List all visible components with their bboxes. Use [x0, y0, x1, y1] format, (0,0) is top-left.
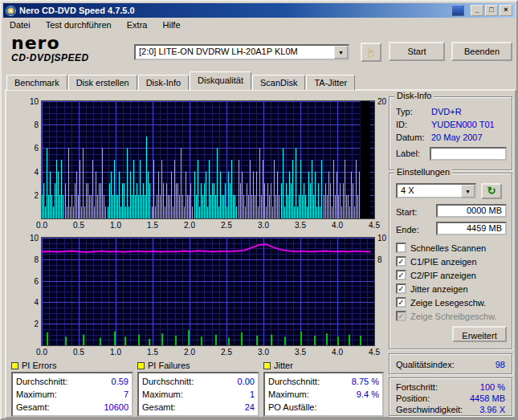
disk-info-value: DVD+R — [431, 105, 462, 118]
nero-logo: nero CD·DVD∫SPEED — [11, 35, 89, 63]
checkbox-box[interactable]: ✓ — [396, 283, 406, 294]
drive-select[interactable]: [2:0] LITE-ON DVDRW LH-20A1P KL0M ▼ — [134, 44, 349, 60]
tab-disk-info[interactable]: Disk-Info — [138, 75, 189, 90]
menu-item-test-durchfuehren[interactable]: Test durchführen — [39, 18, 118, 31]
checkbox-box[interactable]: ✓ — [396, 270, 406, 280]
x-tick-label: 2.5 — [216, 221, 237, 230]
disk-info-label: Datum: — [396, 131, 424, 144]
x-tick-label: 3.0 — [253, 221, 274, 230]
disk-info-value: YUDEN000 T01 — [431, 118, 495, 131]
speed-label: Geschwindigkeit: — [396, 404, 463, 415]
drive-select-value: [2:0] LITE-ON DVDRW LH-20A1P KL0M — [136, 46, 348, 57]
menu-item-datei[interactable]: Datei — [3, 18, 37, 31]
eject-hand-button[interactable]: ☞ — [361, 43, 381, 62]
x-tick-label: 1.5 — [142, 221, 163, 230]
x-tick-label: 1.0 — [105, 348, 126, 357]
checkbox-box[interactable] — [396, 243, 406, 253]
menu-item-hilfe[interactable]: Hilfe — [157, 18, 187, 31]
stat-label: Durchschnitt: — [142, 375, 238, 388]
x-tick-label: 3.0 — [253, 348, 274, 357]
chevron-down-icon[interactable]: ▼ — [461, 185, 475, 198]
x-tick-label: 2.0 — [179, 221, 200, 230]
stat-box: Durchschnitt:0.59 Maximum:7 Gesamt:10600 — [11, 372, 133, 417]
y-tick-label: 10 — [21, 97, 39, 106]
position-label: Position: — [396, 393, 430, 404]
y-tick-label: 6 — [21, 277, 39, 286]
stat-value: 24 — [245, 401, 255, 414]
x-tick-label: 4.0 — [327, 348, 348, 357]
x-tick-label: 0.0 — [31, 221, 52, 230]
pi-errors-chart — [41, 100, 375, 219]
tab-disk-erstellen[interactable]: Disk erstellen — [68, 75, 137, 90]
titlebar[interactable]: Nero CD-DVD Speed 4.7.5.0 _ □ × — [3, 3, 515, 18]
stat-title: PI Failures — [148, 361, 190, 370]
stat-value: 7 — [124, 388, 128, 401]
quality-index-box: Qualitätsindex: 98 — [389, 353, 512, 374]
x-tick-label: 4.5 — [364, 221, 385, 230]
checkbox-jitter-anzeigen[interactable]: ✓Jitter anzeigen — [396, 282, 508, 296]
jitter-canvas — [42, 238, 374, 345]
y-tick-label: 8 — [21, 120, 39, 129]
stat-value: 0.59 — [112, 375, 128, 388]
disk-info-label: Label: — [396, 147, 420, 160]
end-position-field[interactable]: 4459 MB — [436, 222, 507, 235]
advanced-button[interactable]: Erweitert — [452, 326, 507, 342]
tab-scandisk[interactable]: ScanDisk — [252, 75, 305, 90]
position-value: 4458 MB — [470, 393, 505, 404]
tab-diskqualitaet[interactable]: Diskqualität — [190, 71, 251, 90]
y-tick-label: 6 — [21, 144, 39, 153]
stat-label: Durchschnitt: — [268, 375, 352, 388]
stat-label: PO Ausfälle: — [268, 401, 379, 414]
x-tick-label: 1.0 — [105, 221, 126, 230]
x-tick-label: 0.5 — [68, 221, 89, 230]
checkbox-c1-pie-anzeigen[interactable]: ✓C1/PIE anzeigen — [396, 255, 508, 268]
x-tick-label: 0.5 — [68, 348, 89, 357]
checkbox-zeige-schreibgeschw-: ✓Zeige Schreibgeschw. — [396, 309, 508, 323]
checkbox-box[interactable]: ✓ — [396, 297, 406, 308]
x-tick-label: 4.0 — [327, 221, 348, 230]
checkbox-zeige-lesegeschw-[interactable]: ✓Zeige Lesegeschw. — [396, 296, 508, 309]
app-icon — [6, 6, 16, 16]
speed-select[interactable]: 4 X ▼ — [396, 183, 476, 198]
checkbox-label: Schnelles Scannen — [410, 243, 486, 253]
checkbox-schnelles-scannen[interactable]: Schnelles Scannen — [396, 241, 508, 255]
nero-logo-subtitle: CD·DVD∫SPEED — [11, 53, 89, 63]
stat-value: 10600 — [104, 401, 128, 414]
nero-logo-wordmark: nero — [11, 35, 89, 52]
jitter-chart — [41, 237, 375, 346]
chevron-down-icon[interactable]: ▼ — [334, 46, 348, 59]
checkbox-c2-pif-anzeigen[interactable]: ✓C2/PIF anzeigen — [396, 268, 508, 282]
x-tick-label: 4.5 — [364, 348, 385, 357]
stat-value: 1 — [250, 388, 255, 401]
progress-box: Fortschritt:100 % Position:4458 MB Gesch… — [389, 377, 512, 416]
stat-value: 8.75 % — [352, 375, 379, 388]
y-tick-label-right: 8 — [377, 255, 382, 264]
tab-benchmark[interactable]: Benchmark — [6, 75, 67, 90]
checkbox-label: Zeige Schreibgeschw. — [410, 312, 497, 321]
menu-item-extra[interactable]: Extra — [120, 18, 154, 31]
close-button[interactable]: × — [500, 5, 512, 16]
checkbox-box: ✓ — [396, 311, 406, 321]
start-button[interactable]: Start — [389, 42, 445, 61]
x-tick-label: 2.5 — [216, 348, 237, 357]
quality-index-value: 98 — [496, 358, 505, 371]
stat-title: PI Errors — [22, 361, 56, 370]
checkbox-label: C1/PIE anzeigen — [410, 257, 477, 267]
x-tick-label: 0.0 — [31, 348, 52, 357]
quit-button[interactable]: Beenden — [451, 42, 512, 61]
tab-page: PI Errors Durchschnitt:0.59 Maximum:7 Ge… — [5, 89, 516, 418]
y-tick-label-right: 20 — [377, 97, 386, 106]
minimize-button[interactable]: _ — [471, 5, 483, 16]
start-position-label: Start: — [396, 206, 417, 218]
stat-title: Jitter — [274, 361, 293, 370]
tab-ta-jitter[interactable]: TA-Jitter — [306, 75, 355, 90]
menubar: Datei Test durchführen Extra Hilfe — [3, 18, 515, 33]
start-position-field[interactable]: 0000 MB — [436, 204, 507, 218]
titlebar-extra-button[interactable] — [451, 5, 464, 16]
checkbox-box[interactable]: ✓ — [396, 256, 406, 267]
maximize-button[interactable]: □ — [485, 5, 498, 16]
disk-info-value: 20 May 2007 — [431, 131, 483, 144]
stat-panel-pi-errors: PI Errors Durchschnitt:0.59 Maximum:7 Ge… — [11, 361, 133, 417]
refresh-button[interactable]: ↻ — [481, 183, 502, 199]
checkbox-label: Zeige Lesegeschw. — [410, 298, 486, 308]
